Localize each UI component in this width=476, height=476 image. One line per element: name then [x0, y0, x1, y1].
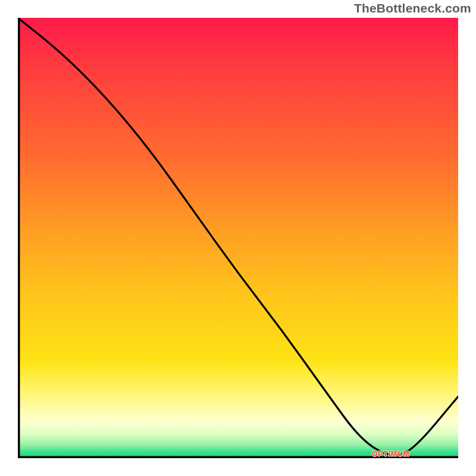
gradient-upper	[18, 18, 458, 361]
watermark-text: TheBottleneck.com	[354, 1, 471, 15]
optimum-marker: OPTIMUM	[372, 450, 410, 458]
plot-area: OPTIMUM	[18, 18, 458, 458]
gradient-lower	[18, 361, 458, 458]
chart-stage: TheBottleneck.com OPTIMUM	[0, 0, 476, 476]
